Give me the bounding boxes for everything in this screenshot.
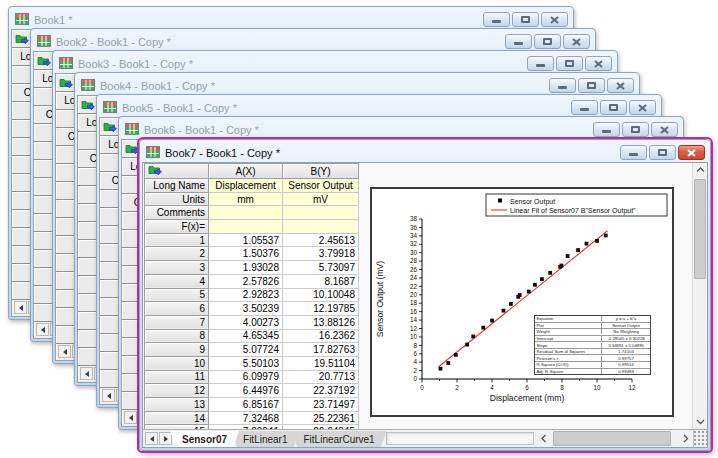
worksheet-corner-cell[interactable] — [145, 164, 209, 179]
maximize-button[interactable] — [512, 12, 539, 27]
sheet-tab-sensor07[interactable]: Sensor07 — [170, 431, 239, 447]
data-cell[interactable]: 5.07724 — [209, 343, 283, 357]
row-header-cell[interactable]: F(x)= — [145, 220, 209, 234]
data-cell[interactable]: 25.22361 — [283, 411, 359, 425]
tab-scroll-left-button[interactable] — [14, 301, 27, 314]
label-cell[interactable] — [283, 220, 359, 234]
tab-scroll-left-button[interactable] — [58, 345, 71, 358]
row-header-cell[interactable]: 1 — [145, 233, 209, 247]
tab-scroll-left-button[interactable] — [124, 411, 137, 424]
titlebar[interactable]: Book6 - Book1 - Copy * — [121, 119, 681, 140]
label-cell[interactable]: Sensor Output — [283, 179, 359, 193]
label-cell[interactable]: mV — [283, 192, 359, 206]
column-header[interactable]: A(X) — [209, 164, 283, 179]
row-header-cell[interactable]: 6 — [145, 302, 209, 316]
maximize-button[interactable] — [649, 145, 676, 160]
scroll-left-button[interactable] — [537, 430, 551, 447]
minimize-button[interactable] — [505, 34, 532, 49]
tab-scroll-left-button[interactable] — [145, 432, 158, 445]
row-header-cell[interactable]: Units — [145, 192, 209, 206]
row-header-cell[interactable]: 9 — [145, 343, 209, 357]
close-button[interactable] — [678, 145, 705, 160]
data-cell[interactable]: 2.92823 — [209, 288, 283, 302]
titlebar[interactable]: Book4 - Book1 - Copy * — [77, 75, 637, 96]
maximize-button[interactable] — [534, 34, 561, 49]
row-header-cell[interactable]: 2 — [145, 247, 209, 261]
sheet-tab-fitlinearcurve1[interactable]: FitLinearCurve1 — [292, 431, 387, 447]
horizontal-scroll-thumb[interactable] — [553, 431, 671, 446]
maximize-button[interactable] — [600, 100, 627, 115]
data-cell[interactable]: 19.51104 — [283, 356, 359, 370]
column-header[interactable]: B(Y) — [283, 164, 359, 179]
window-book7[interactable]: Book7 - Book1 - Copy * A(X)B(Y)Long Name… — [139, 139, 711, 451]
scroll-up-button[interactable] — [693, 163, 707, 177]
data-cell[interactable]: 2.45613 — [283, 233, 359, 247]
row-header-cell[interactable]: 8 — [145, 329, 209, 343]
data-cell[interactable]: 6.44976 — [209, 384, 283, 398]
sheet-tab-fitlinear1[interactable]: FitLinear1 — [231, 431, 299, 447]
close-button[interactable] — [651, 122, 678, 137]
titlebar[interactable]: Book7 - Book1 - Copy * — [142, 142, 708, 163]
data-cell[interactable]: 6.85167 — [209, 398, 283, 412]
close-button[interactable] — [607, 78, 634, 93]
data-cell[interactable]: 7.32468 — [209, 411, 283, 425]
row-header-cell[interactable]: 5 — [145, 288, 209, 302]
label-cell[interactable] — [283, 206, 359, 220]
titlebar[interactable]: Book3 - Book1 - Copy * — [55, 53, 615, 74]
row-header-cell[interactable]: 4 — [145, 274, 209, 288]
row-header-cell[interactable]: 3 — [145, 261, 209, 275]
data-cell[interactable]: 4.00273 — [209, 315, 283, 329]
close-button[interactable] — [629, 100, 656, 115]
data-cell[interactable]: 22.37192 — [283, 384, 359, 398]
minimize-button[interactable] — [593, 122, 620, 137]
row-header-cell[interactable]: 7 — [145, 315, 209, 329]
row-header-cell[interactable]: 12 — [145, 384, 209, 398]
data-cell[interactable]: 4.65345 — [209, 329, 283, 343]
horizontal-scroll-track[interactable] — [551, 430, 679, 447]
tab-scroll-right-button[interactable] — [159, 432, 172, 445]
data-cell[interactable]: 3.50239 — [209, 302, 283, 316]
minimize-button[interactable] — [620, 145, 647, 160]
data-cell[interactable]: 5.73097 — [283, 261, 359, 275]
data-cell[interactable]: 20.7713 — [283, 370, 359, 384]
vertical-scroll-track[interactable] — [693, 177, 707, 415]
minimize-button[interactable] — [483, 12, 510, 27]
maximize-button[interactable] — [622, 122, 649, 137]
row-header-cell[interactable]: 10 — [145, 356, 209, 370]
tab-scroll-left-button[interactable] — [80, 367, 93, 380]
label-cell[interactable]: mm — [209, 192, 283, 206]
data-cell[interactable]: 1.50376 — [209, 247, 283, 261]
row-header-cell[interactable]: Comments — [145, 206, 209, 220]
data-cell[interactable]: 1.05537 — [209, 233, 283, 247]
vertical-scrollbar[interactable] — [692, 163, 707, 429]
data-cell[interactable]: 17.82763 — [283, 343, 359, 357]
label-cell[interactable] — [209, 206, 283, 220]
data-cell[interactable]: 8.1687 — [283, 274, 359, 288]
data-cell[interactable]: 16.2362 — [283, 329, 359, 343]
row-header-cell[interactable]: 11 — [145, 370, 209, 384]
maximize-button[interactable] — [556, 56, 583, 71]
data-cell[interactable]: 23.71497 — [283, 398, 359, 412]
scroll-down-button[interactable] — [693, 415, 707, 429]
scroll-right-button[interactable] — [679, 430, 693, 447]
row-header-cell[interactable]: Long Name — [145, 179, 209, 193]
minimize-button[interactable] — [571, 100, 598, 115]
tab-scroll-left-button[interactable] — [102, 389, 115, 402]
label-cell[interactable] — [209, 220, 283, 234]
minimize-button[interactable] — [527, 56, 554, 71]
close-button[interactable] — [585, 56, 612, 71]
close-button[interactable] — [541, 12, 568, 27]
data-cell[interactable]: 3.79918 — [283, 247, 359, 261]
embedded-graph[interactable]: 0246810121416182022242628303234363802468… — [370, 187, 674, 417]
close-button[interactable] — [563, 34, 590, 49]
horizontal-scrollbar[interactable] — [537, 430, 693, 447]
data-cell[interactable]: 6.09979 — [209, 370, 283, 384]
resize-grip[interactable] — [693, 430, 707, 447]
data-cell[interactable]: 12.19785 — [283, 302, 359, 316]
minimize-button[interactable] — [549, 78, 576, 93]
data-cell[interactable]: 1.93028 — [209, 261, 283, 275]
data-cell[interactable]: 13.88126 — [283, 315, 359, 329]
titlebar[interactable]: Book5 - Book1 - Copy * — [99, 97, 659, 118]
data-cell[interactable]: 2.57826 — [209, 274, 283, 288]
titlebar[interactable]: Book2 - Book1 - Copy * — [33, 31, 593, 52]
